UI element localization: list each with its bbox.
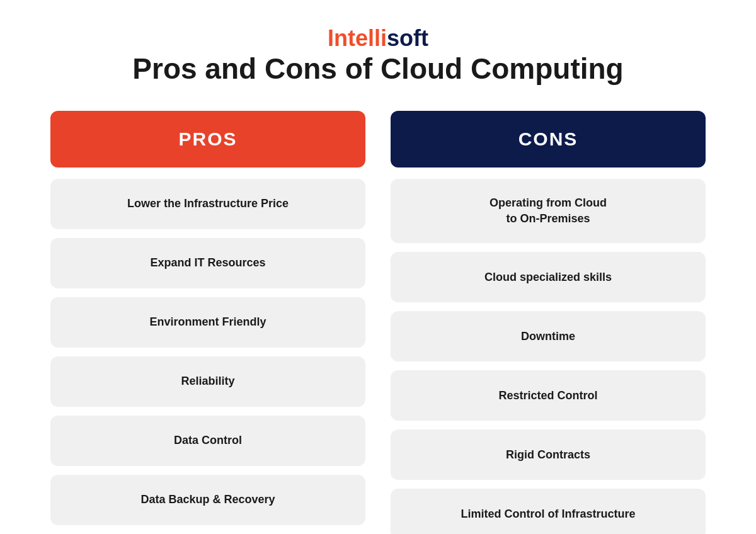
- pros-item-5: Data Control: [50, 416, 365, 466]
- page-title: Pros and Cons of Cloud Computing: [132, 52, 623, 86]
- pros-item-2: Expand IT Resources: [50, 238, 365, 288]
- cons-column: CONS Operating from Cloudto On-Premises …: [391, 111, 706, 534]
- pros-item-4: Reliability: [50, 356, 365, 407]
- columns-container: PROS Lower the Infrastructure Price Expa…: [50, 111, 706, 534]
- cons-item-4: Restricted Control: [391, 370, 706, 421]
- logo-intelli: Intelli: [328, 25, 387, 51]
- cons-header: CONS: [391, 111, 706, 168]
- pros-item-3: Environment Friendly: [50, 297, 365, 348]
- pros-item-1: Lower the Infrastructure Price: [50, 179, 365, 229]
- pros-header: PROS: [50, 111, 365, 168]
- pros-item-6: Data Backup & Recovery: [50, 475, 365, 525]
- cons-item-6: Limited Control of Infrastructure: [391, 489, 706, 534]
- pros-column: PROS Lower the Infrastructure Price Expa…: [50, 111, 365, 534]
- cons-item-1: Operating from Cloudto On-Premises: [391, 179, 706, 243]
- cons-item-3: Downtime: [391, 311, 706, 361]
- logo: Intellisoft: [328, 25, 428, 52]
- cons-item-2: Cloud specialized skills: [391, 252, 706, 302]
- logo-soft: soft: [387, 25, 428, 51]
- cons-item-5: Rigid Contracts: [391, 429, 706, 480]
